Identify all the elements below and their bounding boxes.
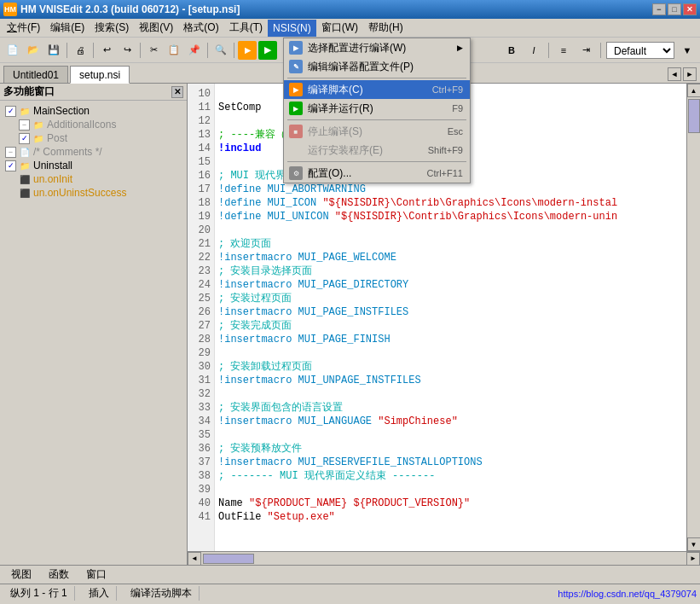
status-compile: 编译活动脚本 [124, 586, 200, 601]
maximize-button[interactable]: □ [668, 3, 681, 15]
ln-40: 40 [188, 497, 214, 510]
menu-format[interactable]: 格式(O) [178, 20, 223, 37]
tab-bar: Untitled01 setup.nsi ◄ ► [0, 63, 700, 84]
code-line-12 [218, 114, 683, 128]
label-additional-icons: AdditionalIcons [47, 119, 116, 131]
label-post: Post [47, 132, 67, 144]
status-bar: 纵列 1 - 行 1 插入 编译活动脚本 https://blog.csdn.n… [0, 584, 700, 602]
bottom-tab-functions[interactable]: 函数 [41, 565, 77, 584]
open-button[interactable]: 📂 [24, 41, 43, 60]
main-area: 多功能窗口 ✕ ✓ 📁 MainSection − 📁 AdditionalIc… [0, 84, 700, 565]
sidebar-close-button[interactable]: ✕ [171, 86, 183, 98]
checkbox-main-section[interactable]: ✓ [5, 106, 16, 117]
sidebar-item-main-section[interactable]: ✓ 📁 MainSection [3, 104, 183, 118]
sidebar-item-uninstall[interactable]: ✓ 📁 Uninstall [3, 159, 183, 172]
ln-25: 25 [188, 292, 214, 305]
code-line-40: Name "${PRODUCT_NAME} ${PRODUCT_VERSION}… [218, 497, 683, 510]
dropdown-arrow[interactable]: ▼ [678, 41, 697, 60]
vertical-scrollbar[interactable]: ▲ ▼ [686, 84, 700, 551]
print-button[interactable]: 🖨 [71, 41, 90, 60]
code-line-15 [218, 155, 683, 169]
label-uninstall: Uninstall [33, 160, 72, 171]
yellow-icon-on-init: ⬛ [19, 173, 31, 185]
undo-button[interactable]: ↩ [97, 41, 116, 60]
italic-button[interactable]: I [524, 41, 543, 60]
window-title: HM VNISEdit 2.0.3 (build 060712) - [setu… [20, 3, 240, 15]
style-dropdown[interactable]: Default [606, 42, 674, 59]
ln-21: 21 [188, 237, 214, 251]
search-button[interactable]: 🔍 [211, 41, 230, 60]
indent-button[interactable]: ⇥ [576, 41, 595, 60]
menu-tools[interactable]: 工具(T) [224, 20, 268, 37]
scroll-down-button[interactable]: ▼ [687, 537, 701, 551]
cut-button[interactable]: ✂ [144, 41, 163, 60]
bottom-tab-view[interactable]: 视图 [3, 565, 39, 584]
menu-window[interactable]: 窗口(W) [316, 20, 363, 37]
sidebar: 多功能窗口 ✕ ✓ 📁 MainSection − 📁 AdditionalIc… [0, 84, 188, 565]
compile-button[interactable]: ▶ [238, 41, 257, 60]
scroll-h-thumb[interactable] [203, 554, 254, 564]
ln-41: 41 [188, 510, 214, 524]
sidebar-header: 多功能窗口 ✕ [0, 84, 187, 101]
redo-button[interactable]: ↪ [118, 41, 136, 60]
menu-view[interactable]: 视图(V) [134, 20, 178, 37]
sidebar-item-on-init[interactable]: ⬛ un.onInit [3, 172, 183, 186]
ln-16: 16 [188, 169, 214, 183]
sidebar-item-post[interactable]: ✓ 📁 Post [3, 131, 183, 145]
menu-file[interactable]: 文件(F) [2, 20, 45, 37]
line-numbers: 10 11 12 13 14 15 16 17 18 19 20 21 22 2… [188, 84, 215, 551]
menu-edit[interactable]: 编辑(E) [45, 20, 90, 37]
scroll-left-button[interactable]: ◄ [188, 552, 201, 566]
checkbox-post[interactable]: ✓ [19, 133, 30, 144]
minimize-button[interactable]: − [652, 3, 666, 15]
ln-17: 17 [188, 183, 214, 196]
title-bar: HM HM VNISEdit 2.0.3 (build 060712) - [s… [0, 0, 700, 19]
ln-18: 18 [188, 196, 214, 210]
scroll-right-button[interactable]: ► [686, 552, 700, 566]
scroll-up-button[interactable]: ▲ [687, 84, 701, 97]
bottom-tab-bar: 视图 函数 窗口 [0, 565, 700, 584]
tab-setup[interactable]: setup.nsi [70, 66, 130, 84]
ln-23: 23 [188, 264, 214, 278]
status-col: 纵列 1 - 行 1 [3, 586, 75, 601]
code-line-13: ; ----兼容（脚本以上兼容）----- [218, 128, 683, 142]
code-line-17: !define MUI_ABORTWARNING [218, 183, 683, 196]
code-line-32 [218, 387, 683, 401]
ln-22: 22 [188, 251, 214, 264]
checkbox-additional-icons[interactable]: − [19, 119, 30, 131]
menu-nsis[interactable]: NSIS(N) [268, 20, 316, 37]
save-button[interactable]: 💾 [44, 41, 63, 60]
tab-untitled[interactable]: Untitled01 [3, 66, 68, 83]
code-line-30: ; 安装卸载过程页面 [218, 360, 683, 374]
code-line-37: !insertmacro MUI_RESERVEFILE_INSTALLOPTI… [218, 456, 683, 469]
close-button[interactable]: ✕ [683, 3, 697, 15]
scroll-thumb[interactable] [688, 99, 700, 133]
bold-button[interactable]: B [502, 41, 521, 60]
code-editor[interactable]: SetComp ; ----兼容（脚本以上兼容）----- !includ ; … [215, 84, 686, 551]
code-line-10 [218, 87, 683, 101]
sidebar-item-on-uninst-success[interactable]: ⬛ un.onUninstSuccess [3, 186, 183, 200]
menu-search[interactable]: 搜索(S) [90, 20, 134, 37]
new-button[interactable]: 📄 [3, 41, 22, 60]
checkbox-comments[interactable]: − [5, 147, 16, 158]
folder-icon-additional: 📁 [32, 119, 44, 131]
checkbox-uninstall[interactable]: ✓ [5, 160, 16, 171]
sidebar-content: ✓ 📁 MainSection − 📁 AdditionalIcons ✓ 📁 … [0, 101, 187, 565]
horizontal-scrollbar[interactable]: ◄ ► [188, 551, 700, 565]
copy-button[interactable]: 📋 [165, 41, 183, 60]
code-line-11: SetComp [218, 101, 683, 114]
status-watermark: https://blog.csdn.net/qq_4379074 [558, 589, 697, 599]
editor-area[interactable]: 10 11 12 13 14 15 16 17 18 19 20 21 22 2… [188, 84, 700, 565]
tab-prev-button[interactable]: ◄ [668, 67, 681, 81]
sidebar-item-additional-icons[interactable]: − 📁 AdditionalIcons [3, 118, 183, 131]
paste-button[interactable]: 📌 [185, 41, 204, 60]
bottom-tab-window[interactable]: 窗口 [78, 565, 114, 584]
tab-next-button[interactable]: ► [683, 67, 697, 81]
align-button[interactable]: ≡ [554, 41, 573, 60]
ln-26: 26 [188, 305, 214, 319]
run-button[interactable]: ▶ [258, 41, 277, 60]
menu-help[interactable]: 帮助(H) [363, 20, 408, 37]
sidebar-item-comments[interactable]: − 📄 /* Comments */ [3, 145, 183, 159]
folder-icon-uninstall: 📁 [19, 160, 31, 171]
ln-27: 27 [188, 319, 214, 333]
